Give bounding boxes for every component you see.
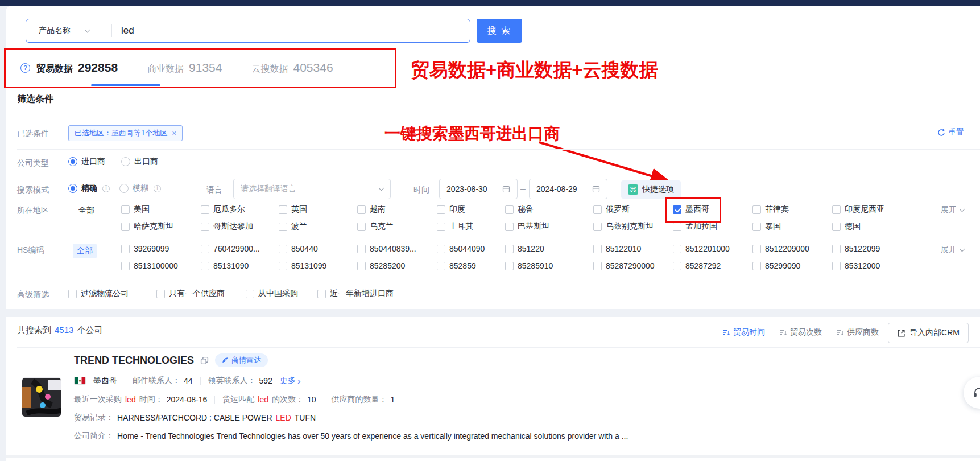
keyword-highlight: led <box>258 395 268 404</box>
region-checkbox-kazakhstan[interactable]: 哈萨克斯坦 <box>121 221 173 232</box>
radio-fuzzy-label: 模糊 <box>133 183 148 194</box>
region-checkbox-ecuador[interactable]: 厄瓜多尔 <box>201 204 245 215</box>
hs-checkbox[interactable]: 85299090 <box>752 261 800 270</box>
region-checkbox-uk[interactable]: 英国 <box>279 204 307 215</box>
hs-checkbox[interactable]: 850440 <box>279 244 318 253</box>
hs-checkbox[interactable]: 85285200 <box>357 261 405 270</box>
summary-suffix: 个公司 <box>77 325 102 336</box>
radio-exporter[interactable]: 出口商 <box>121 157 158 167</box>
hs-checkbox[interactable]: 85122010 <box>593 244 641 253</box>
chevron-down-icon <box>85 27 90 33</box>
search-mode-label: 搜索模式 <box>17 185 49 195</box>
region-checkbox-costa-rica[interactable]: 哥斯达黎加 <box>201 221 253 232</box>
checkbox-icon <box>201 245 209 253</box>
search-button[interactable]: 搜 索 <box>477 19 522 43</box>
adv-checkbox-new-importer[interactable]: 近一年新增进口商 <box>317 289 394 299</box>
hs-checkbox[interactable]: 760429900... <box>201 244 260 253</box>
hs-checkbox[interactable]: 85122099 <box>832 244 880 253</box>
hs-checkbox[interactable]: 851220 <box>505 244 544 253</box>
hs-checkbox[interactable]: 85285910 <box>505 261 553 270</box>
search-input[interactable] <box>112 25 470 36</box>
region-checkbox-germany[interactable]: 德国 <box>832 221 861 232</box>
region-checkbox-uzbekistan[interactable]: 乌兹别克斯坦 <box>593 221 654 232</box>
region-checkbox-mexico[interactable]: 墨西哥 <box>673 204 709 215</box>
checkbox-label: 只有一个供应商 <box>169 289 225 299</box>
region-checkbox-thailand[interactable]: 泰国 <box>752 221 781 232</box>
language-select[interactable]: 请选择翻译语言 <box>233 179 391 199</box>
reset-button[interactable]: 重置 <box>937 127 964 138</box>
region-checkbox-philippines[interactable]: 菲律宾 <box>752 204 789 215</box>
region-checkbox-bangladesh[interactable]: 孟加拉国 <box>673 221 717 232</box>
region-checkbox-usa[interactable]: 美国 <box>121 204 150 215</box>
radio-precise[interactable]: 精确 i <box>68 183 110 194</box>
region-expand-link[interactable]: 展开 <box>941 205 964 215</box>
region-checkbox-ukraine[interactable]: 乌克兰 <box>357 221 394 232</box>
purchase-stats-row: 最近一次采购 led 时间： 2024-08-16 货运匹配 led 的次数： … <box>74 394 395 405</box>
checkbox-label: 墨西哥 <box>685 204 709 215</box>
hs-all-chip[interactable]: 全部 <box>73 244 97 258</box>
chevron-down-icon <box>960 246 965 252</box>
tab-business-data[interactable]: 商业数据 91354 <box>147 61 222 75</box>
region-checkbox-india[interactable]: 印度 <box>437 204 465 215</box>
checkbox-icon <box>201 223 209 231</box>
quick-options-button[interactable]: ⌘ 快捷选项 <box>621 180 681 199</box>
hs-checkbox[interactable]: 85044090 <box>437 244 485 253</box>
results-panel: 共搜索到 4513 个公司 贸易时间 贸易次数 <box>6 317 980 461</box>
selected-conditions-label: 已选条件 <box>17 129 49 139</box>
region-checkbox-poland[interactable]: 波兰 <box>279 221 307 232</box>
selected-region-tag[interactable]: 已选地区：墨西哥等1个地区 × <box>68 125 183 141</box>
linkedin-contacts-label: 领英联系人： <box>208 376 256 386</box>
search-field-selector[interactable]: 产品名称 <box>26 19 111 42</box>
adv-checkbox-single-supplier[interactable]: 只有一个供应商 <box>156 289 225 299</box>
company-thumbnail[interactable] <box>22 377 61 417</box>
date-to-input[interactable]: 2024-08-29 <box>529 179 607 199</box>
hs-checkbox[interactable]: 8512209000 <box>752 244 809 253</box>
adv-checkbox-filter-logistics[interactable]: 过滤物流公司 <box>68 289 129 299</box>
hs-checkbox[interactable]: 85131090 <box>201 261 249 270</box>
purchase-label: 最近一次采购 <box>74 394 122 405</box>
checkbox-label: 英国 <box>291 204 307 215</box>
business-radar-badge[interactable]: 商情雷达 <box>215 353 268 367</box>
checkbox-icon <box>752 245 761 253</box>
sort-trade-time[interactable]: 贸易时间 <box>723 327 765 337</box>
supplier-count-label: 供应商的数量： <box>332 394 387 405</box>
region-all-link[interactable]: 全部 <box>78 205 94 216</box>
region-checkbox-pakistan[interactable]: 巴基斯坦 <box>505 221 549 232</box>
checkbox-icon <box>673 223 681 231</box>
reset-icon <box>937 129 945 137</box>
radio-importer[interactable]: 进口商 <box>68 157 105 167</box>
hs-checkbox[interactable]: 85312000 <box>832 261 880 270</box>
region-checkbox-russia[interactable]: 俄罗斯 <box>593 204 630 215</box>
more-link[interactable]: 更多 › <box>280 376 301 386</box>
hs-checkbox[interactable]: 852859 <box>437 261 476 270</box>
hs-expand-link[interactable]: 展开 <box>941 245 964 255</box>
hs-checkbox[interactable]: 39269099 <box>121 244 169 253</box>
region-checkbox-turkey[interactable]: 土耳其 <box>437 221 473 232</box>
region-checkbox-peru[interactable]: 秘鲁 <box>505 204 534 215</box>
checkbox-label: 85312000 <box>845 261 880 270</box>
checkbox-label: 德国 <box>845 221 861 232</box>
import-crm-button[interactable]: 导入内部CRM <box>888 323 969 343</box>
sort-trade-count[interactable]: 贸易次数 <box>780 327 822 337</box>
adv-checkbox-from-china[interactable]: 从中国采购 <box>246 289 298 299</box>
sort-supplier-count[interactable]: 供应商数 <box>837 327 879 337</box>
close-icon[interactable]: × <box>172 129 176 138</box>
radio-fuzzy[interactable]: 模糊 i <box>119 183 161 194</box>
copy-icon[interactable] <box>200 356 209 365</box>
checkbox-icon <box>832 223 841 231</box>
hs-checkbox[interactable]: 8513100000 <box>121 261 178 270</box>
company-name[interactable]: TREND TECHNOLOGIES <box>74 355 194 367</box>
hs-checkbox[interactable]: 8512201000 <box>673 244 730 253</box>
checkbox-label: 乌克兰 <box>370 221 394 232</box>
date-from-input[interactable]: 2023-08-30 <box>439 179 518 199</box>
tab-cloud-search-data[interactable]: 云搜数据 405346 <box>251 61 333 75</box>
checkbox-label: 孟加拉国 <box>685 221 717 232</box>
hs-checkbox[interactable]: 850440839... <box>357 244 416 253</box>
region-checkbox-indonesia[interactable]: 印度尼西亚 <box>832 204 884 215</box>
tab-trade-data[interactable]: ? 贸易数据 292858 <box>20 61 118 75</box>
region-checkbox-vietnam[interactable]: 越南 <box>357 204 386 215</box>
hs-checkbox[interactable]: 85131099 <box>279 261 326 270</box>
hs-checkbox[interactable]: 85287290000 <box>593 261 655 270</box>
hs-checkbox[interactable]: 85287292 <box>673 261 721 270</box>
question-circle-icon: ? <box>20 63 30 73</box>
